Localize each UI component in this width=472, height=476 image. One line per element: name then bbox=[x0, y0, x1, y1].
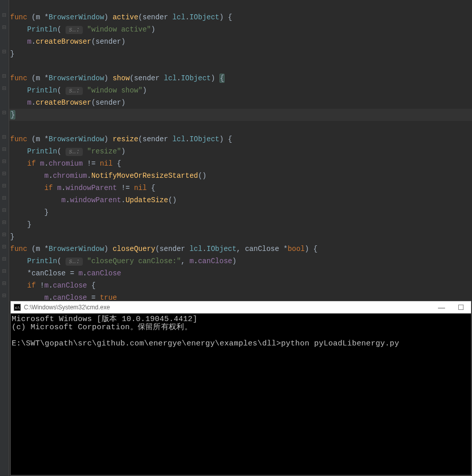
hint-icon: s…: bbox=[66, 148, 83, 156]
receiver: m bbox=[36, 13, 40, 21]
fold-marker[interactable]: ⊟ bbox=[2, 147, 7, 152]
fold-marker[interactable]: ⊟ bbox=[2, 196, 7, 201]
cmd-output[interactable]: Microsoft Windows [版本 10.0.19045.4412] (… bbox=[11, 313, 471, 350]
code-editor[interactable]: func (m *BrowserWindow) active(sender lc… bbox=[9, 0, 472, 304]
var: m bbox=[57, 184, 61, 192]
field: windowParent bbox=[66, 184, 117, 192]
minimize-button[interactable]: — bbox=[434, 303, 449, 311]
field: windowParent bbox=[70, 196, 121, 204]
fold-marker[interactable]: ⊟ bbox=[2, 233, 7, 237]
field: canClose bbox=[53, 281, 87, 290]
var: m bbox=[27, 99, 32, 107]
arg: sender bbox=[96, 38, 121, 46]
fold-marker[interactable]: ⊟ bbox=[2, 245, 7, 249]
field: canClose bbox=[87, 269, 121, 277]
maximize-button[interactable]: ☐ bbox=[454, 303, 468, 311]
func-call: Println bbox=[27, 257, 57, 265]
keyword: func bbox=[10, 74, 27, 82]
pkg: lcl bbox=[172, 13, 185, 21]
method: NotifyMoveOrResizeStarted bbox=[91, 172, 198, 180]
fold-marker[interactable]: ⊟ bbox=[2, 184, 7, 188]
arg: sender bbox=[96, 99, 121, 107]
fold-marker[interactable]: ⊟ bbox=[2, 135, 7, 140]
literal: nil bbox=[134, 184, 147, 192]
type: IObject bbox=[181, 74, 211, 82]
param: sender bbox=[134, 74, 160, 82]
fold-marker[interactable]: ⊟ bbox=[2, 281, 7, 286]
type: BrowserWindow bbox=[49, 245, 104, 253]
editor-gutter: ⊟ ⊟ ⊟ ⊟ ⊟ ⊟ ⊟ ⊟ ⊟ ⊟ ⊟ ⊟ ⊟ ⊟ ⊟ ⊟ ⊟ ⊟ ⊟ ⊟ bbox=[0, 0, 9, 476]
cmd-window[interactable]: c:\ C:\Windows\System32\cmd.exe — ☐ Micr… bbox=[10, 301, 471, 475]
fold-marker[interactable]: ⊟ bbox=[2, 25, 7, 30]
param: sender bbox=[143, 13, 168, 21]
pkg: lcl bbox=[164, 74, 177, 82]
func-call: Println bbox=[27, 25, 57, 34]
type: IObject bbox=[190, 13, 219, 21]
field: chromium bbox=[49, 160, 83, 168]
fold-marker[interactable]: ⊟ bbox=[2, 269, 7, 274]
type: IObject bbox=[207, 245, 237, 253]
fold-marker[interactable]: ⊟ bbox=[2, 50, 7, 54]
method: createBrowser bbox=[36, 99, 91, 107]
func-name: show bbox=[113, 74, 130, 82]
literal: nil bbox=[100, 160, 112, 168]
fold-marker[interactable]: ⊟ bbox=[2, 13, 7, 18]
param: canClose bbox=[245, 245, 279, 253]
keyword: func bbox=[10, 13, 27, 21]
receiver: m bbox=[36, 74, 40, 82]
keyword: if bbox=[27, 160, 36, 168]
type: BrowserWindow bbox=[49, 135, 104, 143]
cmd-icon: c:\ bbox=[14, 304, 21, 311]
string: "closeQuery canClose:" bbox=[87, 257, 181, 265]
cmd-line: (c) Microsoft Corporation。保留所有权利。 bbox=[12, 324, 470, 332]
var: canClose bbox=[32, 269, 66, 277]
func-call: Println bbox=[27, 147, 57, 155]
type: IObject bbox=[190, 135, 219, 143]
hint-icon: s…: bbox=[66, 258, 83, 266]
hint-icon: s…: bbox=[66, 26, 83, 34]
fold-marker[interactable]: ⊟ bbox=[2, 172, 7, 176]
fold-marker[interactable]: ⊟ bbox=[2, 294, 7, 298]
receiver: m bbox=[36, 245, 40, 253]
func-name: resize bbox=[113, 135, 138, 143]
fold-marker[interactable]: ⊟ bbox=[2, 160, 7, 164]
fold-marker[interactable]: ⊟ bbox=[2, 208, 7, 213]
func-name: active bbox=[113, 13, 138, 21]
var: m bbox=[40, 160, 44, 168]
method: UpdateSize bbox=[125, 196, 168, 204]
fold-marker[interactable]: ⊟ bbox=[2, 74, 7, 79]
cmd-title-text: C:\Windows\System32\cmd.exe bbox=[24, 304, 434, 311]
param: sender bbox=[143, 135, 168, 143]
var: m bbox=[190, 257, 194, 265]
var: m bbox=[78, 269, 82, 277]
string: "window active" bbox=[87, 25, 151, 34]
type: bool bbox=[288, 245, 305, 253]
fold-marker[interactable]: ⊟ bbox=[2, 111, 7, 115]
type: BrowserWindow bbox=[49, 13, 104, 21]
fold-marker[interactable]: ⊟ bbox=[2, 86, 7, 91]
var: m bbox=[44, 281, 48, 290]
cmd-line: Microsoft Windows [版本 10.0.19045.4412] bbox=[12, 315, 470, 324]
fold-marker[interactable]: ⊟ bbox=[2, 220, 7, 225]
fold-marker[interactable]: ⊟ bbox=[2, 257, 7, 262]
func-call: Println bbox=[27, 86, 57, 94]
keyword: if bbox=[27, 281, 36, 290]
keyword: func bbox=[10, 245, 27, 253]
keyword: func bbox=[10, 135, 27, 143]
cmd-prompt-line: E:\SWT\gopath\src\github.com\energye\ene… bbox=[12, 340, 470, 348]
field: canClose bbox=[198, 257, 232, 265]
hint-icon: s…: bbox=[66, 87, 83, 95]
type: BrowserWindow bbox=[49, 74, 104, 82]
string: "resize" bbox=[87, 147, 121, 155]
keyword: if bbox=[44, 184, 53, 192]
receiver: m bbox=[36, 135, 40, 143]
var: m bbox=[27, 38, 32, 46]
field: chromium bbox=[53, 172, 87, 180]
method: createBrowser bbox=[36, 38, 91, 46]
pkg: lcl bbox=[172, 135, 185, 143]
param: sender bbox=[160, 245, 185, 253]
cmd-titlebar[interactable]: c:\ C:\Windows\System32\cmd.exe — ☐ bbox=[11, 301, 471, 313]
string: "window show" bbox=[87, 86, 142, 94]
var: m bbox=[44, 172, 48, 180]
func-name: closeQuery bbox=[113, 245, 155, 253]
